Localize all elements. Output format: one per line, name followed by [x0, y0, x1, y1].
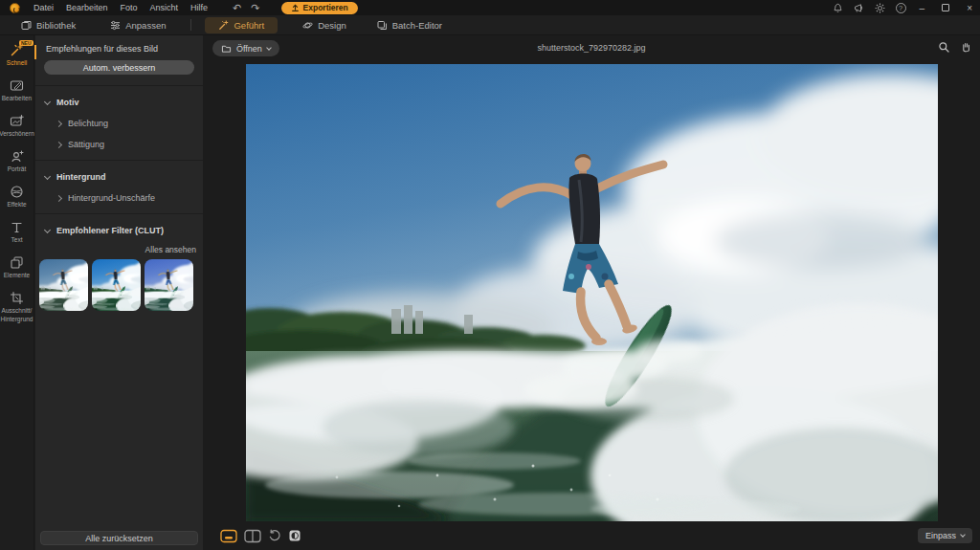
chevron-down-icon: [44, 98, 51, 104]
stacked-photos-icon: [377, 20, 388, 31]
tab-label: Anpassen: [125, 20, 166, 31]
edit-image-icon: [10, 78, 24, 93]
filter-thumbnail-1[interactable]: [39, 259, 88, 311]
rail-label: Effekte: [7, 201, 26, 208]
rail-item-ausschnitt-hintergrund[interactable]: Ausschnitt/ Hintergrund: [0, 289, 34, 324]
rail-label: Schnell: [7, 59, 27, 66]
rail-label: Ausschnitt/: [2, 307, 33, 314]
photo-image[interactable]: [246, 64, 938, 521]
compare-view-icon[interactable]: [244, 529, 261, 543]
tool-hintergrund-unschaerfe[interactable]: Hintergrund-Unschärfe: [56, 193, 203, 203]
tab-label: Batch-Editor: [392, 20, 442, 31]
menu-ansicht[interactable]: Ansicht: [150, 3, 179, 12]
chevron-right-icon: [56, 141, 62, 147]
elements-layers-icon: [10, 255, 24, 270]
redo-icon[interactable]: ↷: [251, 2, 259, 14]
filter-thumbnail-2[interactable]: [92, 259, 141, 311]
crop-background-icon: [10, 291, 24, 305]
magnifier-icon[interactable]: [938, 41, 950, 54]
rail-item-bearbeiten[interactable]: Bearbeiten: [0, 77, 34, 112]
rail-item-verschoenern[interactable]: Verschönern: [0, 112, 34, 147]
rail-item-schnell[interactable]: NEU Schnell: [0, 41, 34, 77]
minimize-button[interactable]: –: [920, 3, 925, 13]
section-empfohlener-filter[interactable]: Empfohlener Filter (CLUT): [45, 226, 203, 235]
rail-item-text[interactable]: Text: [0, 218, 34, 253]
text-tool-icon: [10, 220, 24, 234]
menu-hilfe[interactable]: Hilfe: [190, 3, 208, 12]
section-title: Hintergrund: [56, 172, 106, 182]
sliders-icon: [110, 20, 121, 31]
titlebar: Datei Bearbeiten Foto Ansicht Hilfe ↶ ↷ …: [0, 0, 980, 15]
tab-batch-editor[interactable]: Batch-Editor: [377, 20, 442, 31]
chevron-down-icon: [44, 226, 51, 232]
maximize-button[interactable]: [942, 4, 949, 11]
chevron-right-icon: [56, 120, 62, 126]
tool-saettigung[interactable]: Sättigung: [56, 140, 203, 149]
tab-anpassen[interactable]: Anpassen: [110, 20, 166, 31]
chevron-down-icon: [960, 532, 966, 538]
single-view-icon[interactable]: [220, 529, 237, 543]
mode-toolbar: Bibliothek Anpassen Geführt D: [0, 15, 980, 35]
tool-label: Sättigung: [68, 140, 104, 149]
gear-icon[interactable]: [875, 3, 885, 13]
hand-pan-icon[interactable]: [960, 41, 972, 54]
tool-label: Hintergrund-Unschärfe: [68, 193, 155, 203]
rail-item-elemente[interactable]: Elemente: [0, 253, 34, 289]
tab-bibliothek[interactable]: Bibliothek: [21, 20, 76, 31]
section-title: Motiv: [56, 98, 79, 107]
canvas-top-bar: Öffnen shutterstock_792970282.jpg: [203, 35, 980, 64]
menu-datei[interactable]: Datei: [33, 3, 54, 12]
bell-icon[interactable]: [833, 3, 843, 13]
new-badge: NEU: [19, 40, 33, 46]
toolbar-separator: [190, 19, 191, 31]
before-after-icon[interactable]: [288, 529, 301, 542]
rail-label: Text: [11, 236, 23, 243]
chevron-right-icon: [56, 194, 62, 201]
section-title: Empfohlener Filter (CLUT): [56, 226, 164, 235]
tab-gefuehrt-active[interactable]: Geführt: [205, 17, 278, 33]
divider: [35, 160, 203, 161]
menu-foto[interactable]: Foto: [121, 3, 138, 12]
filter-thumbnail-3[interactable]: [145, 259, 193, 311]
section-hintergrund[interactable]: Hintergrund: [45, 172, 203, 182]
undo-icon[interactable]: ↶: [233, 2, 241, 14]
recommendations-panel: Empfehlungen für dieses Bild Autom. verb…: [35, 35, 203, 550]
magic-wand-icon: [218, 20, 229, 31]
rail-label: Bearbeiten: [2, 95, 32, 101]
tool-belichtung[interactable]: Belichtung: [56, 119, 203, 128]
auto-enhance-button[interactable]: Autom. verbessern: [44, 60, 194, 75]
rail-label: Elemente: [4, 272, 30, 278]
menu-bar: Datei Bearbeiten Foto Ansicht Hilfe: [33, 3, 208, 12]
filter-thumbnails: [39, 259, 203, 311]
editor-canvas: Öffnen shutterstock_792970282.jpg: [203, 35, 980, 550]
canvas-bottom-bar: Einpass: [203, 521, 980, 550]
history-icon[interactable]: [268, 529, 281, 542]
tab-label: Bibliothek: [36, 20, 76, 31]
zoom-fit-dropdown[interactable]: Einpass: [918, 528, 972, 543]
see-all-link[interactable]: Alles ansehen: [145, 245, 196, 254]
export-button[interactable]: Exportieren: [281, 2, 358, 14]
enhance-image-icon: [10, 114, 24, 128]
panel-title: Empfehlungen für dieses Bild: [46, 44, 203, 54]
divider: [35, 213, 203, 214]
tool-label: Belichtung: [68, 119, 108, 128]
tab-label: Geführt: [234, 20, 264, 31]
menu-bearbeiten[interactable]: Bearbeiten: [66, 3, 108, 12]
section-motiv[interactable]: Motiv: [45, 98, 203, 107]
divider: [35, 85, 203, 86]
megaphone-icon[interactable]: [854, 3, 864, 13]
upload-icon: [291, 3, 300, 12]
app-logo-icon: [10, 3, 20, 13]
export-button-label: Exportieren: [303, 3, 348, 12]
app-window: Datei Bearbeiten Foto Ansicht Hilfe ↶ ↷ …: [0, 0, 980, 550]
library-icon: [21, 20, 32, 31]
help-icon[interactable]: ?: [896, 3, 906, 13]
portrait-face-icon: [10, 149, 24, 164]
filename-label: shutterstock_792970282.jpg: [203, 43, 980, 53]
rail-label: Porträt: [8, 165, 27, 172]
rail-item-portraet[interactable]: Porträt: [0, 147, 34, 183]
rail-item-effekte[interactable]: Effekte: [0, 183, 34, 218]
close-button[interactable]: ×: [967, 3, 972, 13]
reset-all-button[interactable]: Alle zurücksetzen: [40, 531, 198, 545]
tab-design[interactable]: Design: [302, 20, 346, 31]
